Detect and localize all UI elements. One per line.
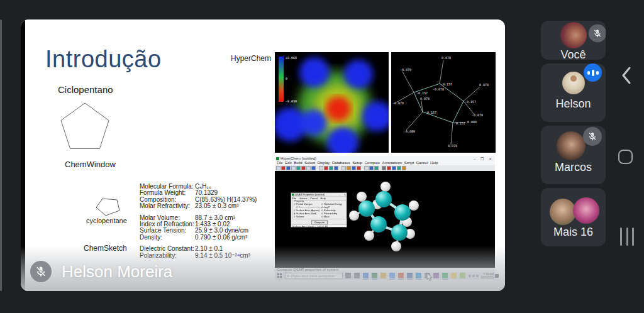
svg-text:-0.079: -0.079 [472,113,483,117]
dialog-titlebar: QSAR Properties (untitled) – ✕ [291,193,347,197]
svg-text:-0.157: -0.157 [416,91,428,95]
esp-color-scale [279,57,284,102]
speaking-indicator-icon [584,63,602,82]
toolbar-icon [319,166,323,170]
android-home-icon[interactable] [618,150,633,164]
dialog-control-icons: – ✕ [339,193,347,196]
toolbar-icon [364,166,369,170]
dialog-result-text: Surface Area (Grid) = 240.95 Å² [291,225,347,228]
property-row: Density:0.790 ± 0.06 g/cm³ [140,234,257,241]
hyperchem-window-title: HyperChem (untitled) [280,156,316,160]
hyperchem-app-icon [276,157,279,160]
toolbar-icon [369,166,374,170]
android-recents-icon[interactable] [620,228,634,246]
toolbar-icon [311,166,316,170]
toolbar-icon [382,166,386,170]
toolbar-icon [374,166,379,170]
toolbar-icon [357,166,361,170]
participant-name: Você [541,48,606,60]
dialog-app-icon [292,194,294,196]
toolbar-icon [306,166,311,170]
toolbar-icon [301,166,306,170]
hyperchem-menubar: File Edit Build Select Display Databases… [275,161,495,165]
svg-text:-0.030: -0.030 [286,99,297,103]
compute-button: Compute [311,221,328,224]
property-groupbox: Property Partial ChargesBase on current … [292,200,347,219]
svg-text:-0.078: -0.078 [392,101,404,105]
property-row: Molar Refractivity:23.05 ± 0.3 cm³ [140,203,257,209]
toolbar-icon [329,166,333,170]
toolbar-icon [402,166,406,170]
hyperchem-tool-label: HyperChem [231,54,271,63]
participant-tile-more[interactable]: Mais 16 [541,188,606,246]
svg-text:0: 0 [286,77,287,80]
toolbar-icon [397,166,401,170]
toolbar-icon [276,166,280,170]
filmstrip-edge [0,19,2,291]
slide-title: Introdução [45,46,162,73]
radio-option: Volume [294,215,325,218]
toolbar-icon [347,166,351,170]
presenter-name: Helson Moreira [62,262,172,282]
toolbar-icon [392,166,396,170]
mic-off-icon [30,261,52,282]
svg-text:-0.157: -0.157 [465,100,476,104]
svg-text:-0.157: -0.157 [425,111,436,114]
avatar [562,72,585,94]
toolbar-icon [334,166,338,170]
svg-text:-0.078: -0.078 [433,87,444,91]
avatar [573,197,599,224]
participant-name: Helson [541,97,606,111]
svg-text:-0.157: -0.157 [441,82,452,86]
cyclopentane-structure-drawing [57,102,113,154]
dialog-title: QSAR Properties (untitled) [295,193,325,196]
charge-wireframe-panel: -0.157-0.157-0.157-0.157-0.1570.078-0.07… [391,52,496,153]
svg-text:-0.079: -0.079 [400,68,411,72]
hyperchem-titlebar: HyperChem (untitled) – ❐ ✕ [275,156,495,161]
presenter-name-overlay: Helson Moreira [30,261,172,282]
chemsketch-molecule-label: cyclopentane [86,217,127,224]
toolbar-icon [341,166,346,170]
participant-name: Marcos [541,161,606,174]
svg-text:+0.068: +0.068 [286,56,297,60]
toolbar-icon [291,166,296,170]
radio-option: Mass [321,215,342,218]
qsar-properties-dialog: QSAR Properties (untitled) – ✕ File Opti… [291,192,347,228]
mic-off-icon [589,25,606,43]
svg-text:-0.080: -0.080 [404,129,415,133]
avatar [557,131,586,160]
shared-screen-stage[interactable]: Introdução Ciclopentano ChemWindow Hyper… [21,19,505,291]
toolbar-icon [352,166,356,170]
window-control-icons: – ❐ ✕ [474,156,494,161]
chemwindow-tool-label: ChemWindow [65,160,116,169]
esp-surface-panel: +0.068 0 -0.030 [275,52,389,153]
android-back-icon[interactable] [619,65,635,85]
svg-text:0.078: 0.078 [441,56,451,60]
toolbar-icon [387,166,391,170]
mic-off-icon [583,127,602,146]
participant-tile-voce[interactable]: Você [541,21,606,60]
svg-text:0.078: 0.078 [420,97,430,101]
participant-tile-helson[interactable]: Helson [541,63,606,122]
chemsketch-structure-drawing [96,198,125,218]
avatar [560,22,587,48]
toolbar-icon [296,166,301,170]
hyperchem-toolbar [275,165,495,171]
toolbar-icon [281,166,286,170]
svg-text:-0.157: -0.157 [454,121,465,125]
participant-tile-marcos[interactable]: Marcos [541,126,606,184]
toolbar-icon [324,166,328,170]
svg-text:0.078: 0.078 [479,83,489,87]
avatar [550,199,576,225]
more-participants-count: Mais 16 [541,226,606,239]
toolbar-icon [286,166,291,170]
svg-text:0.080: 0.080 [467,120,477,124]
svg-text:0.078: 0.078 [448,144,457,148]
chemwindow-molecule-label: Ciclopentano [58,84,113,95]
